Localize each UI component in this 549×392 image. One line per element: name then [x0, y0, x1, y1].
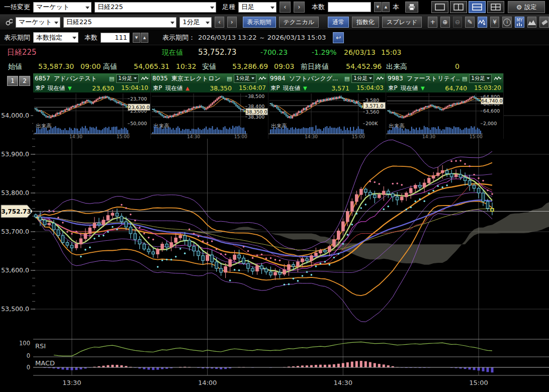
mini-timeframe-select[interactable]: 1分足 [116, 74, 139, 83]
mini-chart-9983[interactable]: 9983 ファーストリテイ... ▤ 1分足 東P 現在値 ▼ 64,740 1… [386, 73, 504, 139]
indexed-mode-button[interactable]: 指数化 [352, 17, 379, 28]
mini-last-price: 23,630 [92, 84, 114, 92]
market-select-2[interactable]: マーケット [16, 17, 60, 28]
mini-timeframe-select[interactable]: 1分足 [234, 74, 256, 83]
quote-time: 15:03 [381, 46, 401, 59]
prev-button[interactable]: ‹ [280, 2, 291, 13]
mini-chart-canvas[interactable]: 3,5803,5603,571.0出来高200K14:3015:00 [268, 92, 386, 139]
chevron-down-icon [134, 77, 137, 79]
period-mode-select[interactable]: 本数指定 [33, 32, 78, 43]
symbol-select[interactable]: 日経225 [95, 2, 216, 13]
spin-down-icon[interactable]: ▼ [133, 33, 140, 43]
svg-text:53,900.0: 53,900.0 [1, 150, 29, 158]
zigzag-chart-icon[interactable] [141, 75, 149, 81]
svg-text:3,571.0: 3,571.0 [365, 103, 383, 109]
tab-2[interactable]: 2 [19, 76, 30, 86]
mini-last-price: 64,740 [445, 84, 467, 92]
mini-chart-canvas[interactable]: 23,70023,60023,630.0出来高50,00014:3015:00 [33, 92, 151, 139]
info-icon: i [503, 19, 511, 26]
tab-1[interactable]: 1 [7, 76, 18, 86]
draw-pencil-button[interactable]: ✎ [465, 17, 475, 28]
svg-text:50,000: 50,000 [130, 121, 147, 126]
open-label: 始値 [8, 60, 22, 73]
bars-icon [516, 23, 522, 26]
prev-close-label: 前日終値 [301, 60, 329, 73]
chevron-down-icon [72, 37, 76, 39]
stock-name: ファーストリテイ... [407, 74, 460, 83]
mini-chart-6857[interactable]: 6857 アドバンテスト ▤ 1分足 東P 現在値 ▼ 23,630 15:04… [33, 73, 151, 139]
display-period-button[interactable]: 表示期間 [243, 17, 276, 28]
print-button[interactable] [405, 2, 418, 13]
svg-text:14:30: 14:30 [422, 134, 435, 139]
yen-button[interactable]: ¥ [490, 17, 500, 28]
next-button-2[interactable]: › [227, 17, 237, 28]
crosshair-button[interactable]: + [428, 17, 437, 28]
layout-two-horizontal-button[interactable] [469, 1, 486, 13]
direction-arrow-icon: ▼ [303, 85, 307, 91]
market-select[interactable]: マーケット [33, 2, 92, 13]
mini-last-price: 38,350 [210, 84, 232, 92]
settings-button[interactable]: ⚙ 設定 [508, 1, 545, 13]
info-button[interactable]: i [502, 17, 512, 28]
layout-single-button[interactable] [431, 1, 448, 13]
timeframe-select[interactable]: 1分足 [179, 17, 212, 28]
spin-up-icon[interactable]: ▲ [382, 2, 390, 12]
zoom-out-button[interactable]: ⊖ [453, 17, 463, 28]
mini-chart-canvas[interactable]: 64,80064,70064,60064,740.0出来高2,00014:301… [386, 92, 504, 139]
direction-arrow-icon: ▼ [68, 85, 72, 91]
link-icon[interactable] [5, 18, 13, 26]
list-icon[interactable]: ▤ [344, 75, 349, 82]
chevron-down-icon [210, 7, 214, 9]
mini-chart-8035[interactable]: 8035 東京エレクトロン ▤ 1分足 東P 現在値 ▲ 38,350 15:0… [151, 73, 268, 139]
normal-mode-button[interactable]: 通常 [328, 17, 349, 28]
stock-code: 6857 [35, 75, 52, 82]
svg-text:23,700: 23,700 [130, 96, 147, 102]
mini-chart-canvas[interactable]: 38,50038,40038,30038,350.0出来高14:3015:00 [151, 92, 268, 139]
chart-cursor-button[interactable] [478, 17, 487, 28]
mini-header: 8035 東京エレクトロン ▤ 1分足 [151, 73, 268, 83]
count-input-2[interactable] [101, 33, 130, 43]
gear-icon: ⚙ [516, 4, 522, 11]
mini-timeframe-select[interactable]: 1分足 [469, 74, 492, 83]
symbol-select-2[interactable]: 日経225 [63, 17, 177, 28]
next-button[interactable]: › [294, 2, 305, 13]
zigzag-chart-icon[interactable] [376, 75, 384, 81]
list-icon[interactable]: ▤ [462, 75, 467, 82]
svg-text:0: 0 [27, 364, 30, 371]
mini-timeframe-select[interactable]: 1分足 [351, 74, 374, 83]
range-label: 表示期間： [162, 33, 195, 42]
mini-price-label: 現在値 [165, 84, 182, 92]
layout-quad-button[interactable] [487, 1, 504, 13]
reset-range-button[interactable]: ↩ [333, 32, 344, 43]
my-indicator-button[interactable]: MY [515, 17, 524, 28]
svg-text:200K: 200K [365, 121, 378, 126]
volume-value: 0 [455, 60, 460, 73]
prev-button-2[interactable]: ‹ [215, 17, 224, 28]
spin-up-icon[interactable]: ▲ [141, 33, 148, 43]
open-value: 53,587.30 [38, 60, 74, 73]
count-label-2: 本数 [84, 33, 98, 42]
layout-two-vertical-button[interactable] [450, 1, 467, 13]
svg-text:14:30: 14:30 [334, 379, 352, 386]
svg-text:53,700.0: 53,700.0 [1, 228, 29, 235]
area-chart-button[interactable] [527, 17, 537, 28]
mini-chart-9984[interactable]: 9984 ソフトバンクグ... ▤ 1分足 東P 現在値 ▼ 3,571 15:… [268, 73, 386, 139]
eraser-button[interactable] [539, 17, 549, 28]
count-input[interactable] [328, 2, 371, 12]
bar-period-select[interactable]: 日足 [238, 2, 277, 13]
list-icon[interactable]: ▤ [109, 75, 114, 82]
spread-mode-button[interactable]: スプレッド [382, 17, 422, 28]
svg-text:MACD: MACD [35, 359, 55, 367]
chevron-down-icon [54, 22, 58, 24]
mini-quote-time: 15:04:07 [235, 84, 266, 91]
zigzag-chart-icon[interactable] [494, 75, 502, 81]
spin-down-icon[interactable]: ▼ [374, 2, 382, 12]
zoom-in-button[interactable]: ⊕ [440, 17, 450, 28]
chevron-down-icon [270, 7, 274, 9]
list-icon[interactable]: ▤ [227, 75, 232, 82]
zigzag-chart-icon[interactable] [258, 75, 266, 81]
svg-text:14:30: 14:30 [187, 134, 200, 139]
high-value: 54,065.31 [134, 60, 169, 73]
technical-button[interactable]: テクニカル [279, 17, 319, 28]
svg-text:0: 0 [27, 352, 30, 359]
